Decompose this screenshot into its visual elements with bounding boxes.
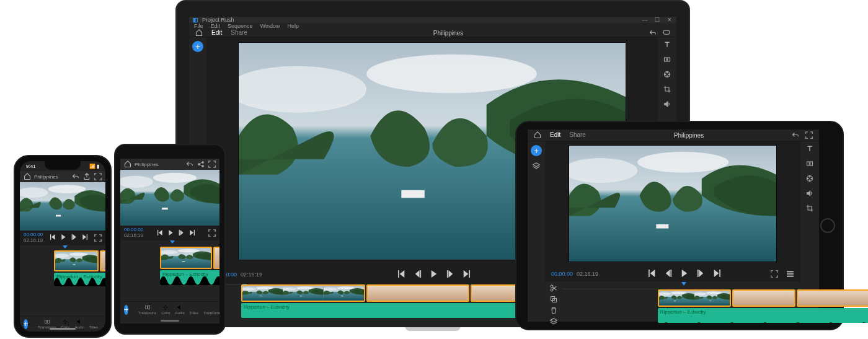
fullscreen-icon[interactable] <box>771 270 778 278</box>
step-forward-button[interactable] <box>697 270 704 278</box>
total-time: 02:16:19 <box>124 233 143 239</box>
step-forward-button[interactable] <box>446 270 454 279</box>
export-icon[interactable] <box>83 173 91 180</box>
full-icon[interactable] <box>208 161 216 168</box>
bottom-toolbar: + Transitions Color Audio Titles Transfo… <box>120 301 219 317</box>
status-icons: 📶 ▮ <box>89 164 99 169</box>
iphone-app: 9:41 📶 ▮ Philippines 00:00:00 <box>20 161 105 332</box>
menu-edit[interactable]: Edit <box>211 23 221 29</box>
undo-icon[interactable] <box>72 173 79 180</box>
timeline[interactable]: Ripperton – Echocity <box>120 240 219 301</box>
audio-icon[interactable] <box>806 190 813 197</box>
playhead-icon[interactable] <box>681 282 686 286</box>
video-preview[interactable] <box>545 141 800 266</box>
undo-icon[interactable] <box>792 131 799 139</box>
status-clock: 9:41 <box>26 164 36 169</box>
crop-icon[interactable] <box>663 86 671 93</box>
skip-back-button[interactable] <box>649 270 656 278</box>
skip-back-button[interactable] <box>398 270 405 279</box>
tab-share[interactable]: Share <box>569 131 586 139</box>
tab-edit[interactable]: Edit <box>550 131 560 139</box>
tool-audio[interactable]: Audio <box>175 304 184 315</box>
color-icon[interactable] <box>663 71 671 78</box>
step-forward-button[interactable] <box>71 234 77 241</box>
step-back-button[interactable] <box>665 270 672 278</box>
window-close-button[interactable]: ✕ <box>666 17 673 23</box>
undo-icon[interactable] <box>186 161 193 168</box>
tool-transform[interactable]: Transform <box>103 319 105 329</box>
skip-back-button[interactable] <box>157 230 163 237</box>
skip-forward-button[interactable] <box>463 270 470 279</box>
home-icon[interactable] <box>534 131 541 139</box>
undo-icon[interactable] <box>649 29 657 37</box>
titles-icon[interactable] <box>663 41 671 48</box>
svg-rect-31 <box>148 306 149 309</box>
playhead-icon[interactable] <box>63 245 68 249</box>
trash-icon[interactable] <box>550 307 557 314</box>
add-media-button[interactable]: + <box>24 319 28 329</box>
video-preview[interactable] <box>120 170 219 226</box>
color-icon[interactable] <box>806 175 813 182</box>
play-button[interactable] <box>430 270 438 279</box>
skip-forward-button[interactable] <box>713 270 720 278</box>
titles-icon[interactable] <box>806 145 813 152</box>
tool-transitions[interactable]: Transitions <box>138 304 156 315</box>
home-icon[interactable] <box>24 173 31 180</box>
svg-rect-32 <box>45 320 46 324</box>
add-media-button[interactable]: + <box>192 41 203 52</box>
menu-bar: File Edit Sequence Window Help <box>189 23 676 29</box>
tool-audio[interactable]: Audio <box>74 319 84 329</box>
project-title: Philippines <box>674 132 704 139</box>
tool-color[interactable]: Color <box>161 304 170 315</box>
window-maximize-button[interactable]: ☐ <box>654 17 660 23</box>
project-title: Philippines <box>34 174 58 180</box>
svg-rect-25 <box>663 30 669 34</box>
home-icon[interactable] <box>195 29 203 37</box>
app-title: Project Rush <box>202 17 234 23</box>
full-icon[interactable] <box>94 173 102 180</box>
add-media-button[interactable]: + <box>124 305 128 315</box>
mode-tabbar: Edit Share Philippines <box>189 29 676 37</box>
home-icon[interactable] <box>124 161 131 168</box>
fullscreen-icon[interactable] <box>94 234 102 242</box>
video-preview[interactable] <box>20 182 105 231</box>
scissors-icon[interactable] <box>550 284 557 292</box>
menu-help[interactable]: Help <box>288 23 299 29</box>
step-forward-button[interactable] <box>179 230 184 237</box>
timeline[interactable]: Ripperton – Echocity <box>545 282 800 322</box>
layers-icon[interactable] <box>533 162 540 170</box>
menu-file[interactable]: File <box>194 23 203 29</box>
skip-forward-button[interactable] <box>189 230 195 237</box>
play-button[interactable] <box>61 234 66 241</box>
tab-edit[interactable]: Edit <box>211 29 222 37</box>
menu-icon[interactable] <box>787 270 794 278</box>
duplicate-icon[interactable] <box>550 296 557 303</box>
transitions-icon[interactable] <box>806 160 813 167</box>
timeline[interactable]: Ripperton – Echocity <box>20 245 105 315</box>
layers-icon[interactable] <box>550 318 557 325</box>
full-icon[interactable] <box>805 131 813 139</box>
menu-window[interactable]: Window <box>260 23 280 29</box>
audio-icon[interactable] <box>663 100 671 108</box>
play-button[interactable] <box>681 270 688 278</box>
tablet-home-button[interactable] <box>820 218 835 233</box>
transitions-icon[interactable] <box>663 56 671 63</box>
playhead-icon[interactable] <box>170 240 175 244</box>
comment-icon[interactable] <box>663 29 670 37</box>
tab-share[interactable]: Share <box>231 29 247 37</box>
tool-titles[interactable]: Titles <box>190 304 198 315</box>
add-media-button[interactable]: + <box>531 145 542 156</box>
tool-transform[interactable]: Transform <box>203 304 220 315</box>
fullscreen-icon[interactable] <box>208 229 216 237</box>
crop-icon[interactable] <box>806 205 813 212</box>
window-minimize-button[interactable]: — <box>642 17 648 23</box>
home-indicator[interactable] <box>50 328 76 330</box>
play-button[interactable] <box>168 230 174 237</box>
tool-titles[interactable]: Titles <box>89 319 98 329</box>
step-back-button[interactable] <box>414 270 422 279</box>
skip-back-button[interactable] <box>50 234 56 241</box>
iphone-device: 9:41 📶 ▮ Philippines 00:00:00 <box>14 155 112 338</box>
menu-sequence[interactable]: Sequence <box>228 23 253 29</box>
share-icon[interactable] <box>197 161 205 168</box>
skip-forward-button[interactable] <box>82 234 87 241</box>
